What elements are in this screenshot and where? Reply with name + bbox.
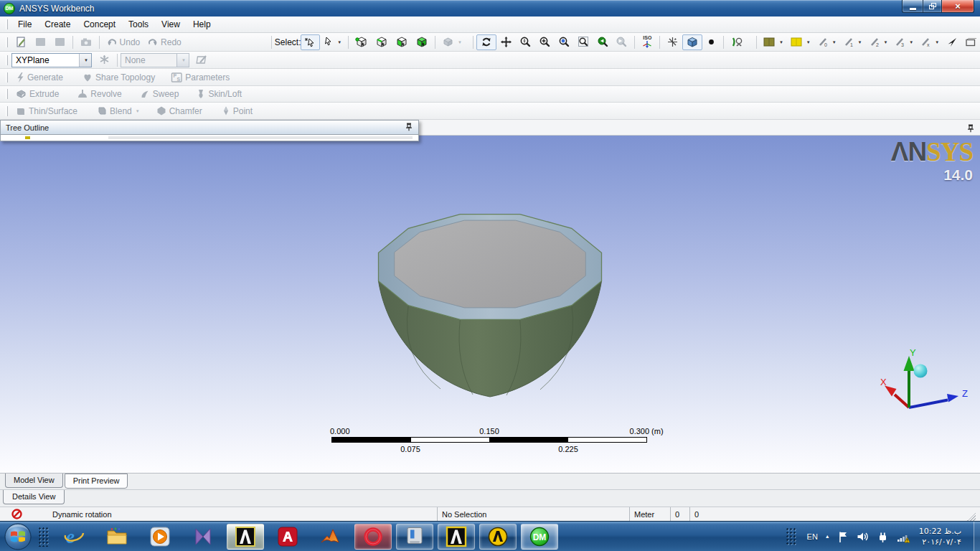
zoom-button[interactable] (516, 34, 535, 50)
sketch-selector-disabled[interactable]: None ▼ (121, 53, 189, 67)
tab-details-view[interactable]: Details View (3, 490, 65, 504)
export-button-disabled[interactable] (50, 34, 70, 50)
close-button[interactable]: × (942, 0, 974, 13)
edge-type-1-button[interactable]: 1 ▼ (840, 34, 866, 50)
extend-selection-button-disabled[interactable]: ▼ (438, 34, 466, 50)
taskbar-grip[interactable] (38, 527, 49, 547)
show-desktop-button[interactable] (974, 522, 980, 551)
blend-button-disabled[interactable]: Blend ▼ (93, 103, 143, 119)
tree-outline-header[interactable]: Tree Outline (0, 120, 419, 135)
menu-create[interactable]: Create (38, 17, 77, 32)
taskbar-icon-media-player[interactable] (138, 522, 182, 551)
filter-faces-button[interactable] (392, 34, 412, 50)
skin-loft-button-disabled[interactable]: Skin/Loft (192, 86, 245, 102)
taskbar-button-ansys-2[interactable] (438, 524, 475, 550)
next-view-button-disabled[interactable] (612, 34, 631, 50)
new-sketch-button-disabled[interactable] (192, 52, 212, 68)
pan-button[interactable] (496, 34, 516, 50)
display-model-button[interactable] (682, 34, 702, 50)
minimize-button[interactable] (902, 0, 923, 13)
menu-grip[interactable] (6, 19, 8, 29)
language-indicator[interactable]: EN (807, 532, 818, 541)
sketch-selector-dropdown[interactable]: ▼ (176, 54, 189, 67)
plane-selector-dropdown[interactable]: ▼ (79, 54, 91, 67)
toolbar-grip[interactable] (6, 89, 8, 99)
tree-outline-collapsed-content[interactable] (0, 135, 419, 141)
save-button-disabled[interactable] (31, 34, 50, 50)
restore-button[interactable] (923, 0, 942, 13)
bowl-solid-body[interactable] (379, 215, 602, 397)
parameters-button-disabled[interactable]: PS Parameters (167, 70, 233, 85)
tray-grip[interactable] (786, 527, 796, 546)
undo-button[interactable]: Undo (103, 34, 144, 50)
edge-type-x-button[interactable]: x ▼ (917, 34, 943, 50)
model-scene[interactable]: X Y Z (0, 136, 980, 473)
plane-selector[interactable]: XYPlane ▼ (11, 53, 92, 67)
safely-remove-hardware-icon[interactable] (876, 530, 889, 543)
new-sketch-button[interactable] (11, 34, 31, 50)
graphics-options-button[interactable] (727, 34, 748, 50)
start-button[interactable] (4, 522, 32, 551)
volume-icon[interactable] (856, 530, 869, 543)
model-viewport[interactable]: ΛNSYS 14.0 (0, 136, 980, 473)
tray-clock[interactable]: ب.ظ 10:22 ۲۰۱۶/۰۷/۰۴ (919, 526, 961, 547)
rotate-button[interactable] (476, 34, 496, 50)
filter-vertices-button[interactable] (352, 34, 372, 50)
previous-view-button[interactable] (593, 34, 613, 50)
network-status-icon[interactable] (896, 530, 910, 543)
taskbar-icon-internet-explorer[interactable]: e (52, 522, 95, 551)
taskbar-button-ansys-3[interactable] (479, 524, 517, 550)
menu-concept[interactable]: Concept (77, 17, 122, 32)
taskbar-button-opera[interactable] (354, 524, 392, 550)
menu-view[interactable]: View (155, 17, 187, 32)
point-button-disabled[interactable]: Point (217, 103, 256, 119)
iso-view-button[interactable]: ISO (638, 34, 656, 50)
toolbar-grip[interactable] (6, 106, 8, 116)
select-mode-single-button[interactable] (301, 34, 320, 50)
thin-surface-button-disabled[interactable]: Thin/Surface (11, 103, 81, 119)
redo-button[interactable]: Redo (143, 34, 185, 50)
auto-hide-pin-icon[interactable] (966, 123, 975, 136)
taskbar-button-ansys[interactable] (227, 524, 264, 550)
toolbar-grip[interactable] (6, 37, 8, 47)
revolve-button-disabled[interactable]: Revolve (72, 86, 125, 102)
generate-button-disabled[interactable]: Generate (11, 70, 67, 85)
zoom-to-fit-button[interactable] (555, 34, 574, 50)
taskbar-icon-kmplayer[interactable] (182, 522, 225, 551)
image-capture-button[interactable] (76, 34, 96, 50)
taskbar-icon-adobe-reader[interactable] (266, 522, 309, 551)
share-topology-button-disabled[interactable]: Share Topology (78, 70, 159, 85)
taskbar-icon-matlab[interactable] (309, 522, 352, 551)
chamfer-button-disabled[interactable]: Chamfer (152, 103, 206, 119)
select-mode-box-button[interactable]: ▼ (320, 34, 345, 50)
menu-file[interactable]: File (11, 17, 38, 32)
sweep-button-disabled[interactable]: Sweep (136, 86, 183, 102)
box-zoom-button[interactable] (574, 34, 593, 50)
tab-print-preview[interactable]: Print Preview (65, 474, 128, 489)
show-hidden-icons-button[interactable]: ▲ (825, 534, 830, 539)
edge-coloring-button[interactable]: ▼ (787, 34, 814, 50)
tree-pin-icon[interactable] (405, 122, 413, 133)
title-bar[interactable]: DM ANSYS Workbench × (0, 0, 980, 17)
edge-direction-button[interactable] (943, 34, 961, 50)
menu-help[interactable]: Help (187, 17, 217, 32)
action-center-flag-icon[interactable] (837, 530, 849, 543)
menu-tools[interactable]: Tools (122, 17, 155, 32)
face-coloring-button[interactable]: ▼ (760, 34, 787, 50)
filter-bodies-button[interactable] (412, 34, 432, 50)
zoom-in-button[interactable] (535, 34, 555, 50)
display-points-button[interactable] (702, 34, 720, 50)
toolbar-grip[interactable] (6, 55, 8, 65)
taskbar-button-disk-utility[interactable] (396, 524, 433, 550)
coordinate-triad[interactable]: X Y Z (880, 347, 968, 408)
tab-model-view[interactable]: Model View (5, 474, 63, 488)
toolbar-grip[interactable] (6, 72, 8, 83)
extrude-button-disabled[interactable]: Extrude (11, 86, 62, 102)
filter-edges-button[interactable] (372, 34, 392, 50)
look-at-plane-button[interactable] (663, 34, 682, 50)
edge-type-2-button[interactable]: 2 ▼ (866, 34, 892, 50)
edge-type-0-button[interactable]: 0 ▼ (814, 34, 840, 50)
frozen-body-display-button[interactable] (961, 34, 980, 50)
new-plane-button-disabled[interactable] (95, 52, 114, 68)
taskbar-icon-windows-explorer[interactable] (95, 522, 138, 551)
